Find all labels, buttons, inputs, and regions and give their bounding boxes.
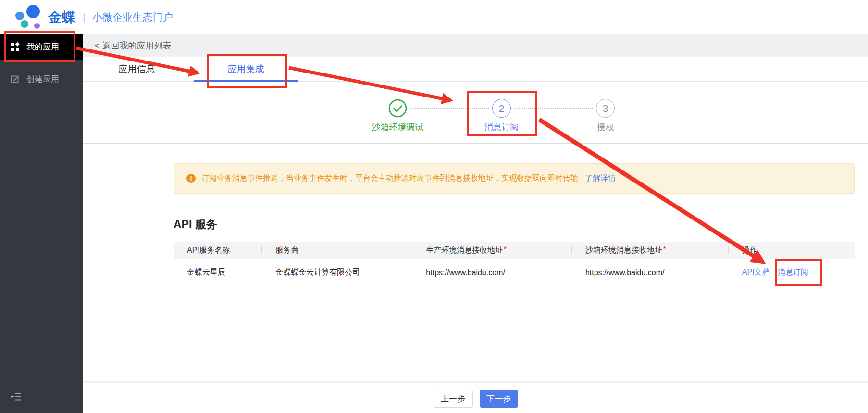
learn-more-link[interactable]: 了解详情	[585, 173, 616, 183]
banner-message: 订阅业务消息事件推送，当业务事件发生时，平台会主动推送对应事件到消息接收地址，实…	[201, 173, 578, 183]
step-connector	[410, 108, 489, 109]
edit-icon	[11, 74, 20, 84]
col-prod-address: 生产环境消息接收地址*	[412, 242, 572, 259]
api-service-title: API 服务	[174, 217, 855, 232]
cell-prod-address: https://www.baidu.com/	[412, 259, 572, 287]
step-label: 授权	[597, 121, 614, 133]
tab-app-integration[interactable]: 应用集成	[194, 57, 298, 82]
col-sandbox-address: 沙箱环境消息接收地址*	[572, 242, 729, 259]
sidebar-item-label: 我的应用	[26, 41, 59, 52]
step-sandbox-debug: 沙箱环境调试	[387, 99, 409, 118]
grid-icon	[11, 42, 20, 51]
top-header: 金蝶 | 小微企业生态门户	[0, 0, 868, 34]
breadcrumb: < 返回我的应用列表	[83, 34, 868, 57]
table-header-row: API服务名称 服务商 生产环境消息接收地址* 沙箱环境消息接收地址*	[174, 242, 855, 259]
step-message-subscription: 2 消息订阅	[491, 99, 512, 118]
check-circle-icon	[388, 99, 407, 118]
stepper-section: 沙箱环境调试 2 消息订阅 3 授权	[83, 82, 868, 144]
sidebar-item-label: 创建应用	[26, 73, 59, 85]
app-detail-panel: 应用信息 应用集成 沙箱环境调试 2 消息订阅	[83, 57, 868, 381]
previous-step-button[interactable]: 上一步	[434, 390, 473, 408]
collapse-sidebar-icon[interactable]	[11, 392, 22, 401]
kingdee-logo-icon	[13, 4, 43, 30]
required-asterisk: *	[663, 245, 666, 253]
step-label: 沙箱环境调试	[372, 121, 424, 133]
info-banner: ! 订阅业务消息事件推送，当业务事件发生时，平台会主动推送对应事件到消息接收地址…	[174, 163, 855, 194]
brand-name: 金蝶	[48, 8, 76, 26]
warning-icon: !	[186, 174, 196, 183]
col-actions: 操作	[729, 242, 855, 259]
cell-provider: 金蝶蝶金云计算有限公司	[262, 259, 412, 287]
sidebar-item-create-app[interactable]: 创建应用	[0, 66, 83, 92]
next-step-button[interactable]: 下一步	[480, 390, 518, 408]
step-label: 消息订阅	[484, 121, 519, 133]
tab-content: ! 订阅业务消息事件推送，当业务事件发生时，平台会主动推送对应事件到消息接收地址…	[83, 144, 868, 287]
sidebar: 我的应用 创建应用	[0, 34, 83, 413]
col-api-name: API服务名称	[174, 242, 262, 259]
api-service-table: API服务名称 服务商 生产环境消息接收地址* 沙箱环境消息接收地址*	[174, 242, 855, 287]
stepper: 沙箱环境调试 2 消息订阅 3 授权	[387, 99, 616, 118]
step-authorization: 3 授权	[595, 99, 616, 118]
cell-actions: API文档 消息订阅	[729, 259, 855, 287]
api-doc-link[interactable]: API文档	[742, 268, 770, 276]
cell-api-name: 金蝶云星辰	[174, 259, 262, 287]
tab-bar: 应用信息 应用集成	[83, 57, 868, 82]
message-subscribe-link[interactable]: 消息订阅	[778, 268, 808, 276]
tab-app-info[interactable]: 应用信息	[85, 57, 189, 82]
step-connector	[514, 108, 593, 109]
step-number: 2	[492, 99, 511, 118]
col-provider: 服务商	[262, 242, 412, 259]
step-number: 3	[596, 99, 615, 118]
cell-sandbox-address: https://www.baidu.com/	[572, 259, 729, 287]
portal-title: 小微企业生态门户	[92, 11, 173, 24]
brand-divider: |	[83, 11, 86, 24]
main-area: < 返回我的应用列表 应用信息 应用集成 沙箱环境调试	[83, 34, 868, 413]
sidebar-item-my-apps[interactable]: 我的应用	[0, 34, 83, 60]
required-asterisk: *	[504, 245, 506, 253]
sidebar-spacer	[0, 92, 83, 392]
wizard-footer: 上一步 下一步	[83, 383, 868, 413]
back-to-app-list-link[interactable]: < 返回我的应用列表	[95, 40, 172, 51]
table-row: 金蝶云星辰 金蝶蝶金云计算有限公司 https://www.baidu.com/…	[174, 259, 855, 287]
